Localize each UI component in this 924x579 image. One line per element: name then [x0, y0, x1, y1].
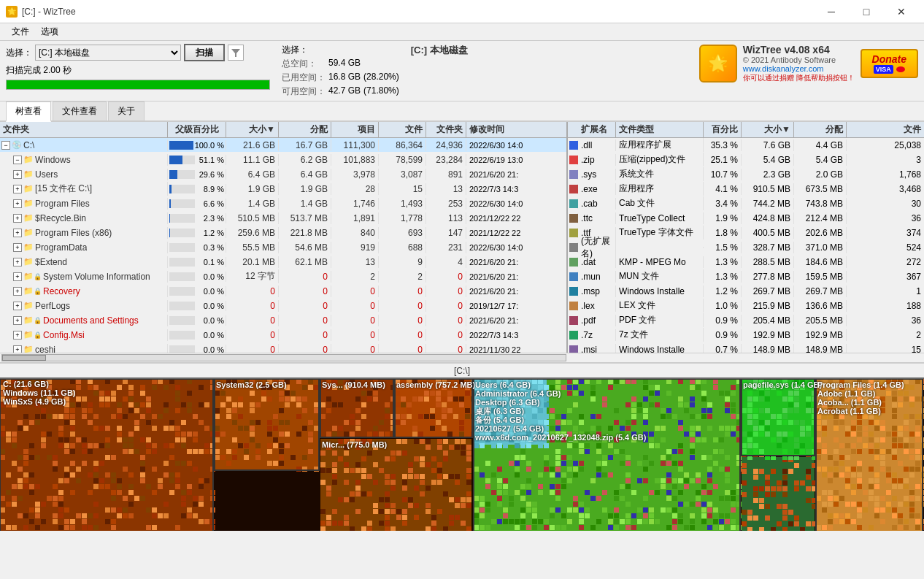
tree-files-cell: 0	[379, 329, 426, 341]
right-row[interactable]: (无扩展名) 1.5 % 328.7 MB 371.0 MB 524	[568, 240, 924, 255]
right-ext-cell: .pdf	[578, 315, 616, 326]
right-row[interactable]: .ttc TrueType Collect 1.9 % 424.8 MB 212…	[568, 211, 924, 226]
rcol-size-header[interactable]: 大小▼	[742, 122, 794, 137]
rcol-ext-header[interactable]: 扩展名	[578, 122, 616, 137]
tree-row[interactable]: + 📁 Program Files 6.6 % 1.4 GB 1.4 GB 1,…	[0, 196, 566, 211]
tree-row[interactable]: − 💿 C:\ 100.0 % 21.6 GB 16.7 GB 111,300 …	[0, 138, 566, 153]
expand-button[interactable]: +	[13, 243, 22, 252]
tree-alloc-cell: 513.7 MB	[279, 212, 331, 224]
expand-button[interactable]: +	[13, 302, 22, 310]
tab-files[interactable]: 文件查看	[53, 101, 107, 120]
tree-row[interactable]: + 📁 Users 29.6 % 6.4 GB 6.4 GB 3,978 3,0…	[0, 167, 566, 182]
expand-button[interactable]: +	[13, 331, 22, 340]
tree-hscroll[interactable]	[1, 354, 566, 361]
right-row[interactable]: .7z 7z 文件 0.9 % 192.9 MB 192.9 MB 2	[568, 328, 924, 342]
expand-button[interactable]: +	[13, 345, 22, 353]
tree-row[interactable]: + 📁 [15 文件在 C:\] 8.9 % 1.9 GB 1.9 GB 28 …	[0, 182, 566, 196]
col-files-header[interactable]: 文件	[379, 122, 426, 137]
col-items-header[interactable]: 项目	[331, 122, 379, 137]
expand-button[interactable]: +	[13, 229, 22, 237]
expand-button[interactable]: +	[13, 170, 22, 179]
menu-options[interactable]: 选项	[35, 24, 64, 39]
right-row[interactable]: .pdf PDF 文件 0.9 % 205.4 MB 205.5 MB 36	[568, 313, 924, 328]
right-pct-cell: 1.2 %	[704, 285, 742, 297]
right-row[interactable]: .ttf TrueType 字体文件 1.8 % 400.5 MB 202.6 …	[568, 226, 924, 240]
right-alloc-cell: 2.0 GB	[794, 169, 847, 180]
tree-row[interactable]: + 📁 ceshi 0.0 % 0 0 0 0 0 2021/11/30 22	[0, 342, 566, 353]
tree-row[interactable]: + 📁 Program Files (x86) 1.2 % 259.6 MB 2…	[0, 226, 566, 240]
minimize-button[interactable]: ─	[815, 1, 848, 22]
expand-button[interactable]: +	[13, 316, 22, 325]
right-ext-cell: .7z	[578, 329, 616, 341]
tree-row[interactable]: + 📁 ProgramData 0.3 % 55.5 MB 54.6 MB 91…	[0, 240, 566, 255]
tab-about[interactable]: 关于	[108, 101, 145, 120]
right-files-cell: 36	[847, 212, 924, 224]
right-type-cell: TrueType 字体文件	[616, 226, 704, 239]
expand-button[interactable]: +	[13, 185, 22, 193]
tree-scroll-thumb[interactable]	[2, 355, 46, 361]
tab-tree[interactable]: 树查看	[6, 101, 51, 122]
col-folder-header[interactable]: 文件夹	[0, 122, 168, 137]
tree-modified-cell: 2021/6/20 21:	[466, 169, 566, 180]
scan-button[interactable]: 扫描	[184, 44, 225, 61]
expand-button[interactable]: −	[1, 141, 10, 150]
tree-folders-cell: 231	[426, 242, 466, 253]
filter-icon[interactable]	[228, 45, 244, 61]
rcol-type-header[interactable]: 文件类型	[616, 122, 704, 137]
rcol-pct-header[interactable]: 百分比	[704, 122, 742, 137]
menu-file[interactable]: 文件	[6, 24, 35, 39]
tree-row[interactable]: + 📁 $Recycle.Bin 2.3 % 510.5 MB 513.7 MB…	[0, 211, 566, 226]
wiztree-branding: 🌟 WizTree v4.08 x64 © 2021 Antibody Soft…	[699, 44, 918, 83]
tree-row[interactable]: + 📁🔒 Documents and Settings 0.0 % 0 0 0 …	[0, 313, 566, 328]
expand-button[interactable]: +	[13, 199, 22, 208]
tree-row[interactable]: + 📁🔒 Config.Msi 0.0 % 0 0 0 0 0 2022/7/3…	[0, 328, 566, 342]
tree-row[interactable]: − 📁 Windows 51.1 % 11.1 GB 6.2 GB 101,88…	[0, 153, 566, 167]
tree-size-cell: 0	[226, 315, 279, 326]
right-type-cell: 系统文件	[616, 167, 704, 181]
horizontal-scrollbar[interactable]	[0, 353, 924, 363]
expand-button[interactable]: +	[13, 214, 22, 223]
maximize-button[interactable]: □	[850, 1, 883, 22]
used-pct: (28.20%)	[363, 72, 399, 84]
right-type-cell: Cab 文件	[616, 196, 704, 210]
expand-button[interactable]: +	[13, 287, 22, 296]
col-modified-header[interactable]: 修改时间	[466, 122, 566, 137]
tree-row[interactable]: + 📁 PerfLogs 0.0 % 0 0 0 0 0 2019/12/7 1…	[0, 299, 566, 313]
col-folders-header[interactable]: 文件夹	[426, 122, 466, 137]
right-row[interactable]: .sys 系统文件 10.7 % 2.3 GB 2.0 GB 1,768	[568, 167, 924, 182]
right-row[interactable]: .dat KMP - MPEG Mo 1.3 % 288.5 MB 184.6 …	[568, 255, 924, 269]
tree-row[interactable]: + 📁 $Extend 0.1 % 20.1 MB 62.1 MB 13 9 4…	[0, 255, 566, 269]
col-alloc-header[interactable]: 分配	[279, 122, 331, 137]
right-pct-cell: 1.9 %	[704, 212, 742, 224]
right-files-cell: 367	[847, 271, 924, 283]
right-row[interactable]: .lex LEX 文件 1.0 % 215.9 MB 136.6 MB 188	[568, 299, 924, 313]
expand-button[interactable]: −	[13, 156, 22, 164]
col-parent-pct-header[interactable]: 父级百分比	[168, 122, 226, 137]
tree-folders-cell: 0	[426, 329, 466, 341]
donate-button[interactable]: Donate VISA	[861, 49, 918, 78]
close-button[interactable]: ✕	[885, 1, 918, 22]
drive-select[interactable]: [C:] 本地磁盘	[35, 45, 181, 61]
tree-row[interactable]: + 📁🔒 Recovery 0.0 % 0 0 0 0 0 2021/6/20 …	[0, 284, 566, 299]
tree-size-cell: 0	[226, 329, 279, 341]
tree-row[interactable]: + 📁🔒 System Volume Information 0.0 % 12 …	[0, 269, 566, 284]
expand-button[interactable]: +	[13, 272, 22, 281]
tree-modified-cell: 2021/6/20 21:	[466, 315, 566, 326]
treemap-canvas[interactable]	[0, 379, 924, 531]
right-alloc-cell: 673.5 MB	[794, 183, 847, 195]
tree-pct-cell: 100.0 %	[168, 140, 226, 150]
rcol-files-header[interactable]: 文件	[847, 122, 924, 137]
right-row[interactable]: .cab Cab 文件 3.4 % 744.2 MB 743.8 MB 30	[568, 196, 924, 211]
rcol-alloc-header[interactable]: 分配	[794, 122, 847, 137]
right-row[interactable]: .msp Windows Installe 1.2 % 269.7 MB 269…	[568, 284, 924, 299]
right-row[interactable]: .dll 应用程序扩展 35.3 % 7.6 GB 4.4 GB 25,038	[568, 138, 924, 153]
right-row[interactable]: .zip 压缩(zipped)文件 25.1 % 5.4 GB 5.4 GB 3	[568, 153, 924, 167]
tree-name-cell: − 📁 Windows	[0, 154, 168, 166]
right-row[interactable]: .msi Windows Installe 0.7 % 148.9 MB 148…	[568, 342, 924, 353]
tree-alloc-cell: 16.7 GB	[279, 139, 331, 151]
right-type-cell: Windows Installe	[616, 285, 704, 297]
right-row[interactable]: .mun MUN 文件 1.3 % 277.8 MB 159.5 MB 367	[568, 269, 924, 284]
col-size-header[interactable]: 大小▼	[226, 122, 279, 137]
expand-button[interactable]: +	[13, 258, 22, 267]
right-row[interactable]: .exe 应用程序 4.1 % 910.5 MB 673.5 MB 3,468	[568, 182, 924, 196]
